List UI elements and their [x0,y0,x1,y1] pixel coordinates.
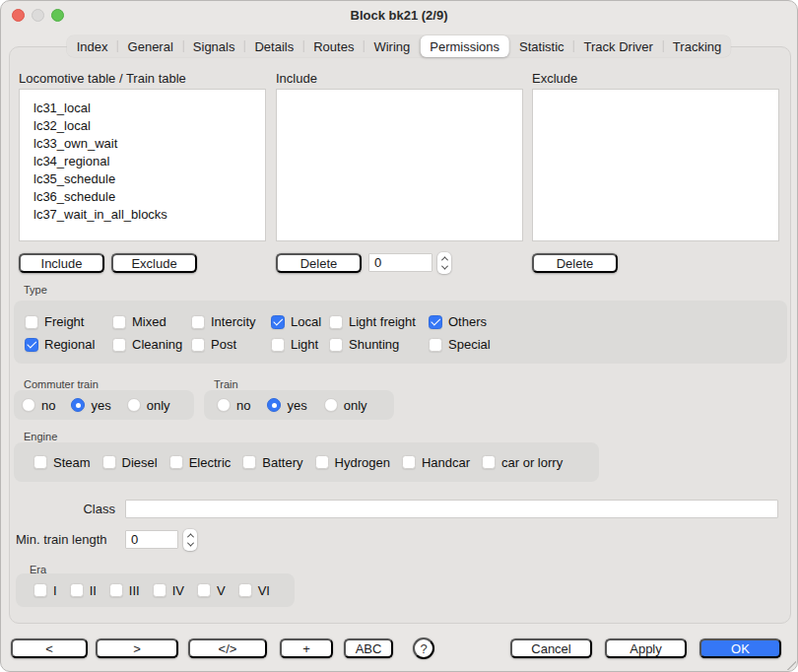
list-item[interactable]: lc36_schedule [33,188,265,206]
list-item[interactable]: lc33_own_wait [33,135,265,153]
checkbox-era-5[interactable]: V [197,583,226,598]
add-button[interactable]: + [280,638,333,658]
code-button[interactable]: </> [188,638,267,658]
help-button[interactable]: ? [413,638,434,659]
stepper-down-icon[interactable] [440,263,447,270]
checkbox-handcar[interactable]: Handcar [402,455,470,470]
shunting-checkbox-icon [329,338,343,352]
checkbox-era-3[interactable]: III [109,583,140,598]
local-checkbox-icon [271,315,285,329]
radio-label: only [344,398,367,413]
checkbox-cleaning[interactable]: Cleaning [112,337,191,352]
window-title: Block bk21 (2/9) [1,8,797,23]
checkbox-freight[interactable]: Freight [25,314,112,329]
tab-signals[interactable]: Signals [183,35,245,57]
list-item[interactable]: lc31_local [33,100,265,117]
include-count-field[interactable] [368,253,432,272]
exclude-delete-button[interactable]: Delete [532,253,618,273]
checkbox-car-or-lorry[interactable]: car or lorry [482,455,563,470]
radio-commuter-yes[interactable]: yes [71,398,110,413]
radio-train-yes[interactable]: yes [267,398,306,413]
checkbox-diesel[interactable]: Diesel [102,455,158,470]
checkbox-battery[interactable]: Battery [242,455,302,470]
radio-train-no[interactable]: no [217,398,250,413]
titlebar[interactable]: Block bk21 (2/9) [1,1,797,29]
checkbox-hydrogen[interactable]: Hydrogen [315,455,390,470]
checkbox-label: Light [291,337,318,352]
tab-index[interactable]: Index [67,35,118,57]
tab-label: Index [77,39,108,54]
checkbox-label: Local [291,314,321,329]
tab-label: Permissions [430,39,499,54]
tab-permissions[interactable]: Permissions [420,35,509,57]
resize-grip[interactable] [784,658,796,670]
list-item[interactable]: lc32_local [33,117,265,135]
exclude-button[interactable]: Exclude [111,253,197,273]
tab-general[interactable]: General [118,35,183,57]
list-item[interactable]: lc35_schedule [33,170,265,188]
checkbox-light-freight[interactable]: Light freight [329,314,429,329]
stepper-down-icon[interactable] [186,540,193,547]
list-item[interactable]: lc37_wait_in_all_blocks [33,206,265,224]
checkbox-era-6[interactable]: VI [238,583,270,598]
tab-label: Track Driver [584,39,653,54]
include-button[interactable]: Include [19,253,104,273]
min-train-length-stepper[interactable] [183,529,197,551]
checkbox-light[interactable]: Light [271,337,329,352]
checkbox-electric[interactable]: Electric [169,455,232,470]
list-item[interactable]: lc34_regional [33,153,265,170]
checkbox-label: V [217,583,226,598]
checkbox-label: Post [211,337,236,352]
ok-button[interactable]: OK [699,638,781,658]
cancel-button[interactable]: Cancel [510,638,592,658]
tab-statistic[interactable]: Statistic [509,35,574,57]
tab-label: Tracking [673,39,721,54]
checkbox-label: Shunting [349,337,399,352]
checkbox-mixed[interactable]: Mixed [112,314,191,329]
checkbox-label: Battery [262,455,302,470]
checkbox-label: III [129,583,140,598]
include-delete-button[interactable]: Delete [276,253,362,273]
include-count-stepper[interactable] [437,252,451,274]
tab-track-driver[interactable]: Track Driver [574,35,663,57]
era-3-checkbox-icon [109,583,123,597]
tab-routes[interactable]: Routes [303,35,364,57]
tab-wiring[interactable]: Wiring [364,35,420,57]
class-field[interactable] [125,500,778,518]
include-list[interactable] [276,89,523,241]
checkbox-steam[interactable]: Steam [33,455,91,470]
checkbox-regional[interactable]: Regional [25,337,112,352]
commuter-yes-radio-icon [71,398,85,412]
tab-tracking[interactable]: Tracking [663,35,731,57]
tab-details[interactable]: Details [244,35,303,57]
radio-train-only[interactable]: only [324,398,367,413]
min-train-length-field[interactable] [125,530,178,549]
checkbox-label: Mixed [132,314,166,329]
checkbox-era-2[interactable]: II [70,583,97,598]
tab-content-panel: Locomotive table / Train table Include E… [9,46,791,624]
checkbox-local[interactable]: Local [271,314,329,329]
abc-button[interactable]: ABC [344,638,393,658]
checkbox-special[interactable]: Special [429,337,781,352]
radio-commuter-only[interactable]: only [127,398,170,413]
checkbox-post[interactable]: Post [191,337,271,352]
train-only-radio-icon [324,398,338,412]
era-6-checkbox-icon [238,583,252,597]
checkbox-label: Regional [44,337,95,352]
era-2-checkbox-icon [70,583,84,597]
apply-button[interactable]: Apply [605,638,687,658]
locomotive-list[interactable]: lc31_local lc32_local lc33_own_wait lc34… [19,89,266,241]
checkbox-intercity[interactable]: Intercity [191,314,271,329]
checkbox-era-1[interactable]: I [33,583,57,598]
exclude-list[interactable] [532,89,779,241]
light-checkbox-icon [271,338,285,352]
checkbox-others[interactable]: Others [429,314,781,329]
include-list-label: Include [276,71,317,86]
forward-button[interactable]: > [96,638,178,658]
class-label: Class [19,502,115,516]
checkbox-shunting[interactable]: Shunting [329,337,429,352]
back-button[interactable]: < [11,638,88,658]
tab-label: Details [254,39,294,54]
checkbox-era-4[interactable]: IV [153,583,184,598]
radio-commuter-no[interactable]: no [22,398,55,413]
